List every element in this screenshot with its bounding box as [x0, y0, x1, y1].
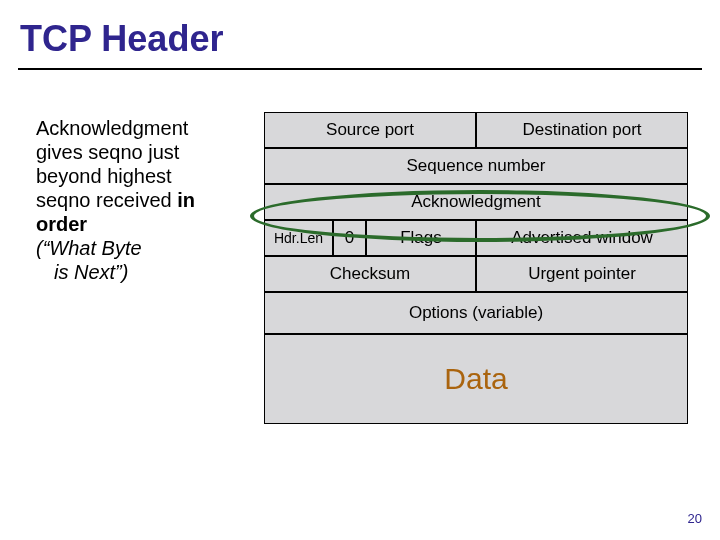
header-row-options: Options (variable) [264, 292, 688, 334]
note-line: beyond highest [36, 164, 241, 188]
field-sequence-number: Sequence number [264, 148, 688, 184]
note-text: seqno received [36, 189, 177, 211]
note-bold: in [177, 189, 195, 211]
page-number: 20 [688, 511, 702, 526]
field-dest-port: Destination port [476, 112, 688, 148]
slide-title: TCP Header [20, 18, 702, 60]
field-reserved: 0 [333, 220, 366, 256]
field-data: Data [264, 334, 688, 424]
note-line: (“What Byte [36, 236, 241, 260]
header-row-checksum: Checksum Urgent pointer [264, 256, 688, 292]
field-flags: Flags [366, 220, 476, 256]
title-underline [18, 68, 702, 70]
header-row-flags: Hdr.Len 0 Flags Advertised window [264, 220, 688, 256]
tcp-header-diagram: Source port Destination port Sequence nu… [264, 112, 688, 424]
field-urgent-pointer: Urgent pointer [476, 256, 688, 292]
note-line: gives seqno just [36, 140, 241, 164]
field-hdrlen: Hdr.Len [264, 220, 333, 256]
note-line: order [36, 212, 241, 236]
field-source-port: Source port [264, 112, 476, 148]
header-row-seq: Sequence number [264, 148, 688, 184]
ack-note: Acknowledgment gives seqno just beyond h… [36, 116, 241, 284]
field-checksum: Checksum [264, 256, 476, 292]
note-line: Acknowledgment [36, 116, 241, 140]
note-line: seqno received in [36, 188, 241, 212]
header-row-ports: Source port Destination port [264, 112, 688, 148]
field-advertised-window: Advertised window [476, 220, 688, 256]
field-options: Options (variable) [264, 292, 688, 334]
field-acknowledgment: Acknowledgment [264, 184, 688, 220]
header-row-ack: Acknowledgment [264, 184, 688, 220]
note-line: is Next”) [54, 260, 241, 284]
